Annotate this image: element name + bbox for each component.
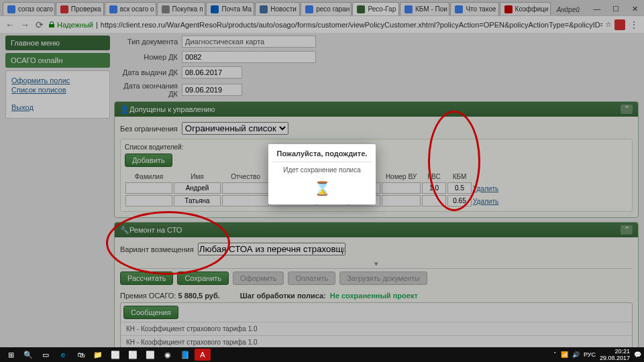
app-icon[interactable]: ⬜ xyxy=(125,349,141,361)
acrobat-icon[interactable]: A xyxy=(195,349,211,361)
app-icon[interactable]: 📘 xyxy=(177,349,193,361)
tray-clock[interactable]: 20:2129.08.2017 xyxy=(600,348,630,361)
tray-lang[interactable]: РУС xyxy=(584,351,596,358)
modal-text: Идет сохранение полиса xyxy=(272,166,372,174)
app-icon[interactable]: ⬜ xyxy=(107,349,123,361)
tray-network-icon[interactable]: 📶 xyxy=(561,351,568,358)
hourglass-icon: ⌛ xyxy=(272,180,372,196)
chrome-icon[interactable]: ◉ xyxy=(160,349,176,361)
task-view-icon[interactable]: ▭ xyxy=(38,349,54,361)
tray-notifications-icon[interactable]: 💬 xyxy=(634,351,641,358)
modal-overlay: Пожалуйста, подождите. Идет сохранение п… xyxy=(0,0,644,362)
start-button[interactable]: ⊞ xyxy=(3,349,19,361)
app-icon[interactable]: ⬜ xyxy=(142,349,158,361)
taskbar[interactable]: ⊞ 🔍 ▭ e 🛍 📁 ⬜ ⬜ ⬜ ◉ 📘 A ˄ 📶 🔊 РУС 20:212… xyxy=(0,347,644,362)
edge-icon[interactable]: e xyxy=(55,349,71,361)
modal-title: Пожалуйста, подождите. xyxy=(272,149,372,162)
tray-volume-icon[interactable]: 🔊 xyxy=(572,351,580,358)
search-icon[interactable]: 🔍 xyxy=(20,349,36,361)
wait-dialog: Пожалуйста, подождите. Идет сохранение п… xyxy=(268,144,376,204)
explorer-icon[interactable]: 📁 xyxy=(90,349,106,361)
store-icon[interactable]: 🛍 xyxy=(72,349,89,361)
tray-chevron-icon[interactable]: ˄ xyxy=(553,351,557,358)
